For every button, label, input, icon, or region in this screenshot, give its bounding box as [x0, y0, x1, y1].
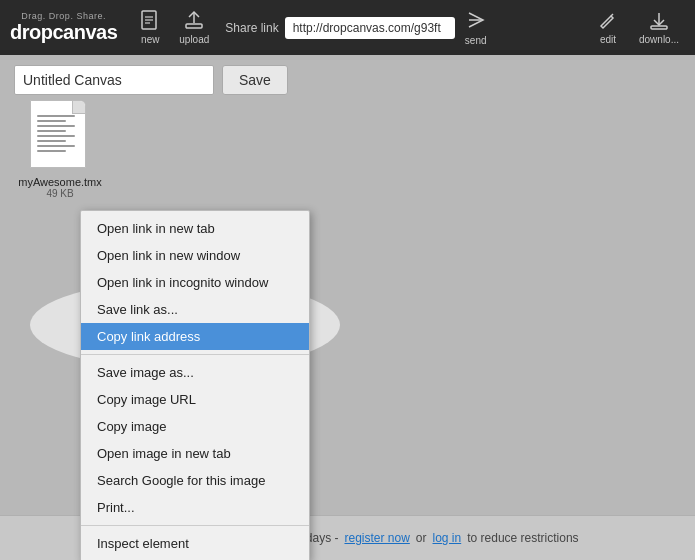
register-link[interactable]: register now [344, 531, 409, 545]
ctx-item-10[interactable]: Print... [81, 494, 309, 521]
brand-tagline: Drag. Drop. Share. [21, 11, 106, 21]
edit-label: edit [600, 34, 616, 45]
right-toolbar: edit downlo... [591, 6, 685, 49]
file-line-4 [37, 130, 66, 132]
send-button[interactable]: send [465, 9, 487, 46]
ctx-item-7[interactable]: Copy image [81, 413, 309, 440]
edit-button[interactable]: edit [591, 6, 625, 49]
ctx-item-4[interactable]: Copy link address [81, 323, 309, 350]
upload-button[interactable]: upload [173, 6, 215, 49]
new-label: new [141, 34, 159, 45]
file-line-5 [37, 135, 75, 137]
file-line-3 [37, 125, 75, 127]
share-link-input[interactable] [285, 17, 455, 39]
file-name: myAwesome.tmx [18, 176, 102, 188]
context-menu: Open link in new tabOpen link in new win… [80, 210, 310, 560]
ctx-item-5[interactable]: Save image as... [81, 359, 309, 386]
ctx-item-3[interactable]: Save link as... [81, 296, 309, 323]
file-line-1 [37, 115, 75, 117]
share-link-area: Share link [225, 17, 454, 39]
new-button[interactable]: new [133, 6, 167, 49]
save-button[interactable]: Save [222, 65, 288, 95]
toolbar: Drag. Drop. Share. dropcanvas new upload… [0, 0, 695, 55]
edit-icon [597, 10, 619, 32]
canvas-title-input[interactable] [14, 65, 214, 95]
file-item[interactable]: myAwesome.tmx 49 KB [20, 100, 100, 199]
ctx-item-0[interactable]: Open link in new tab [81, 215, 309, 242]
ctx-divider-1 [81, 354, 309, 355]
ctx-item-9[interactable]: Search Google for this image [81, 467, 309, 494]
ctx-item-1[interactable]: Open link in new window [81, 242, 309, 269]
svg-rect-4 [186, 24, 202, 28]
file-size: 49 KB [46, 188, 73, 199]
new-icon [139, 10, 161, 32]
svg-rect-9 [651, 26, 667, 29]
canvas-title-bar: Save [0, 55, 695, 105]
file-line-7 [37, 145, 75, 147]
file-line-8 [37, 150, 66, 152]
file-icon [30, 100, 90, 172]
ctx-item-2[interactable]: Open link in incognito window [81, 269, 309, 296]
download-button[interactable]: downlo... [633, 6, 685, 49]
file-line-2 [37, 120, 66, 122]
download-label: downlo... [639, 34, 679, 45]
footer-or: or [416, 531, 427, 545]
send-label: send [465, 35, 487, 46]
login-link[interactable]: log in [433, 531, 462, 545]
download-icon [648, 10, 670, 32]
share-link-label: Share link [225, 21, 278, 35]
footer-suffix: to reduce restrictions [467, 531, 578, 545]
brand-area: Drag. Drop. Share. dropcanvas [10, 11, 117, 44]
upload-label: upload [179, 34, 209, 45]
svg-line-7 [611, 14, 613, 16]
brand-name[interactable]: dropcanvas [10, 21, 117, 44]
ctx-item-11[interactable]: Inspect element [81, 530, 309, 557]
ctx-divider-2 [81, 525, 309, 526]
upload-icon [183, 10, 205, 32]
file-line-6 [37, 140, 66, 142]
main-canvas: Save myAwesome.tmx 49 KB Open lin [0, 55, 695, 515]
send-icon [465, 9, 487, 33]
ctx-item-6[interactable]: Copy image URL [81, 386, 309, 413]
ctx-item-8[interactable]: Open image in new tab [81, 440, 309, 467]
